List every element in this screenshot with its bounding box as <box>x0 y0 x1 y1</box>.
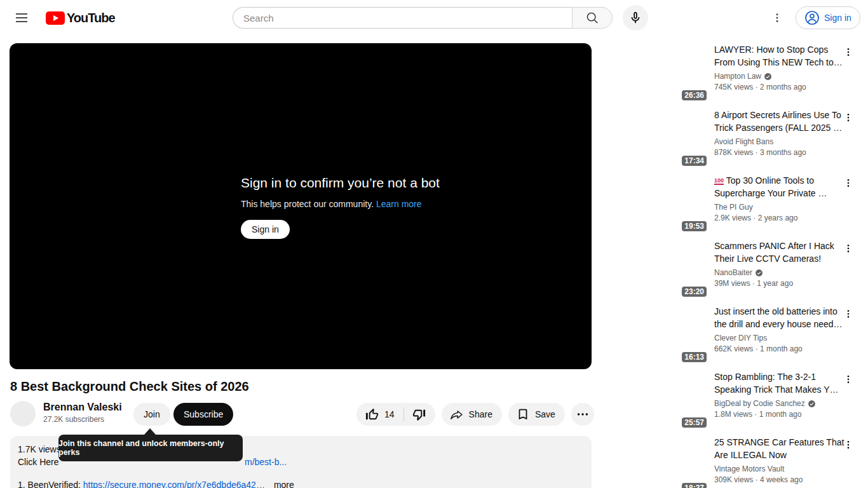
more-actions-button[interactable] <box>571 403 594 426</box>
description-link-tail[interactable]: m/best-b... <box>245 457 287 467</box>
kebab-icon <box>843 373 853 386</box>
channel-name-text: Clever DIY Tips <box>714 334 767 342</box>
related-video-item[interactable]: 26:36 LAWYER: How to Stop Cops From Usin… <box>602 43 858 103</box>
views-line: 1.7K views <box>18 444 61 454</box>
video-thumbnail[interactable]: 26:36 <box>602 43 709 103</box>
related-video-channel: NanoBaiter <box>714 268 845 277</box>
related-video-meta: 878K views · 3 months ago <box>714 148 845 157</box>
channel-name-text: Vintage Motors Vault <box>714 464 784 473</box>
related-video-info: Just insert the old batteries into the d… <box>714 305 845 353</box>
related-video-title[interactable]: Scammers PANIC After I Hack Their Live C… <box>714 240 845 265</box>
video-thumbnail[interactable]: 17:34 <box>602 109 709 168</box>
related-video-channel: Vintage Motors Vault <box>714 464 845 473</box>
description-line2-prefix: Click Here <box>18 457 59 467</box>
related-video-title[interactable]: 25 STRANGE Car Features That Are ILLEGAL… <box>714 436 845 461</box>
related-video-info: 25 STRANGE Car Features That Are ILLEGAL… <box>714 436 845 484</box>
hamburger-icon[interactable] <box>14 10 29 25</box>
header-signin-button[interactable]: Sign in <box>796 6 860 29</box>
video-thumbnail[interactable]: 18:37 <box>602 436 709 488</box>
thumb-up-icon <box>365 407 379 422</box>
bookmark-icon <box>516 407 530 421</box>
truncation-ellipsis: … <box>256 480 265 488</box>
related-videos-list: 26:36 LAWYER: How to Stop Cops From Usin… <box>602 43 863 488</box>
related-video-item[interactable]: 19:53 100 Top 30 Online Tools to Superch… <box>602 174 858 234</box>
bot-check-headline: Sign in to confirm you’re not a bot <box>241 175 440 191</box>
like-count: 14 <box>384 409 395 419</box>
kebab-icon <box>843 438 853 451</box>
related-video-title[interactable]: Just insert the old batteries into the d… <box>714 305 845 330</box>
like-button[interactable]: 14 <box>356 403 403 426</box>
kebab-icon <box>843 111 853 124</box>
subscribe-button[interactable]: Subscribe <box>173 403 233 426</box>
related-video-channel: Clever DIY Tips <box>714 334 845 342</box>
verified-badge-icon <box>764 72 772 81</box>
video-thumbnail[interactable]: 16:13 <box>602 305 709 365</box>
kebab-icon <box>843 242 853 255</box>
hundred-points-icon: 100 <box>714 177 724 185</box>
header-kebab-menu[interactable] <box>770 10 785 25</box>
related-video-title[interactable]: LAWYER: How to Stop Cops From Using This… <box>714 43 845 69</box>
person-circle-icon <box>804 10 820 25</box>
video-kebab-menu[interactable] <box>843 44 854 60</box>
search-button[interactable] <box>572 7 613 29</box>
related-video-meta: 39M views · 1 year ago <box>714 279 845 288</box>
duration-badge: 23:20 <box>682 287 707 297</box>
search-box <box>233 7 572 29</box>
search-input[interactable] <box>233 8 572 28</box>
verified-badge-icon <box>808 400 816 408</box>
related-video-item[interactable]: 25:57 Stop Rambling: The 3-2-1 Speaking … <box>602 370 858 430</box>
dislike-button[interactable] <box>404 403 435 426</box>
youtube-watch-page: YouTube Sign in Sign in to confirm you’r… <box>0 0 868 488</box>
video-kebab-menu[interactable] <box>843 241 854 256</box>
duration-badge: 26:36 <box>682 90 707 100</box>
video-kebab-menu[interactable] <box>843 175 854 191</box>
related-video-channel: Avoid Flight Bans <box>714 137 845 146</box>
video-thumbnail[interactable]: 25:57 <box>602 370 709 430</box>
related-video-info: 100 Top 30 Online Tools to Supercharge Y… <box>714 174 845 222</box>
related-video-item[interactable]: 17:34 8 Airport Secrets Airlines Use To … <box>602 109 858 168</box>
join-button[interactable]: Join <box>133 403 170 426</box>
video-title: 8 Best Background Check Sites of 2026 <box>10 379 582 394</box>
related-video-channel: The PI Guy <box>714 203 845 212</box>
related-video-item[interactable]: 18:37 25 STRANGE Car Features That Are I… <box>602 436 858 488</box>
bot-check-message: Sign in to confirm you’re not a bot This… <box>241 175 440 239</box>
related-video-channel: BigDeal by Codie Sanchez <box>714 399 845 408</box>
search-icon <box>585 11 599 25</box>
video-player[interactable]: Sign in to confirm you’re not a bot This… <box>10 43 592 369</box>
beenverified-link[interactable]: https://secure.money.com/pr/x7e6dbde6a42 <box>83 480 256 488</box>
expand-more-button[interactable]: more <box>274 480 294 488</box>
related-video-title[interactable]: 8 Airport Secrets Airlines Use To Trick … <box>714 109 845 134</box>
share-label: Share <box>469 409 492 419</box>
related-video-meta: 2.9K views · 2 years ago <box>714 214 845 222</box>
duration-badge: 16:13 <box>682 352 707 362</box>
duration-badge: 18:37 <box>682 483 707 488</box>
video-kebab-menu[interactable] <box>843 372 854 387</box>
mic-icon <box>628 11 642 25</box>
share-button[interactable]: Share <box>442 403 502 426</box>
player-signin-button[interactable]: Sign in <box>241 220 290 239</box>
save-button[interactable]: Save <box>508 403 565 426</box>
related-video-meta: 1.8M views · 1 month ago <box>714 410 845 419</box>
video-thumbnail[interactable]: 23:20 <box>602 240 709 299</box>
video-thumbnail[interactable]: 19:53 <box>602 174 709 234</box>
related-video-title[interactable]: Stop Rambling: The 3-2-1 Speaking Trick … <box>714 370 845 396</box>
related-video-item[interactable]: 16:13 Just insert the old batteries into… <box>602 305 858 365</box>
tooltip-caret <box>144 428 156 435</box>
more-horizontal-icon <box>576 407 590 421</box>
related-video-title[interactable]: 100 Top 30 Online Tools to Supercharge Y… <box>714 174 845 200</box>
video-kebab-menu[interactable] <box>843 437 854 452</box>
thumb-down-icon <box>412 407 426 422</box>
kebab-icon <box>843 308 853 320</box>
channel-avatar[interactable] <box>10 401 36 426</box>
related-video-meta: 309K views · 4 weeks ago <box>714 475 845 484</box>
related-video-info: Stop Rambling: The 3-2-1 Speaking Trick … <box>714 370 845 419</box>
video-kebab-menu[interactable] <box>843 110 854 125</box>
related-video-item[interactable]: 23:20 Scammers PANIC After I Hack Their … <box>602 240 858 299</box>
video-kebab-menu[interactable] <box>843 306 854 322</box>
mic-button[interactable] <box>623 5 648 30</box>
duration-badge: 25:57 <box>682 417 707 428</box>
youtube-logo-icon[interactable]: YouTube <box>46 11 115 25</box>
learn-more-link[interactable]: Learn more <box>376 199 422 209</box>
channel-name[interactable]: Brennan Valeski <box>43 402 122 413</box>
related-video-info: Scammers PANIC After I Hack Their Live C… <box>714 240 845 288</box>
